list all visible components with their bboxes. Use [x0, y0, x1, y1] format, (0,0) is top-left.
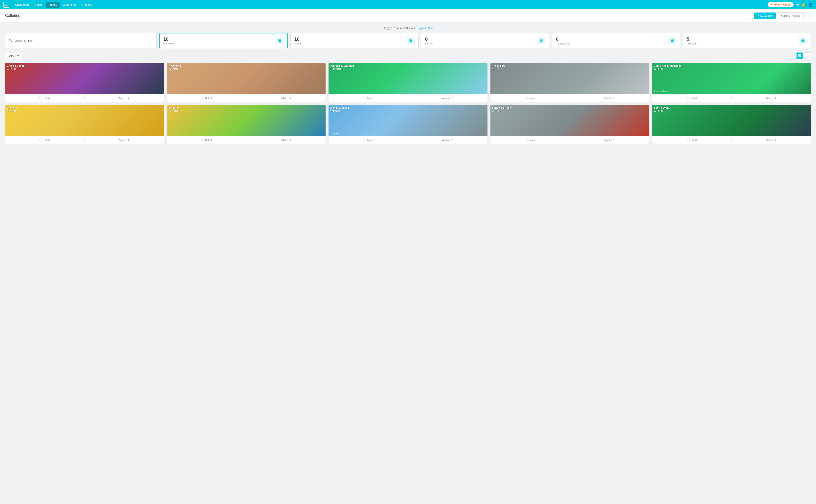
archived-count: 5 — [687, 36, 696, 42]
gallery-card: Ben & Ava Engagement 47 Photos ⚲ Ava Mat… — [652, 63, 811, 102]
gallery-select-button[interactable]: Select — [490, 94, 570, 102]
search-icon: 🔍 — [9, 39, 12, 42]
chevron-down-icon: ▼ — [289, 97, 292, 99]
active-icon: ▣ — [407, 37, 415, 44]
gallery-photo-count: 10 Photos — [492, 110, 512, 112]
prereleased-icon: ▣ — [669, 37, 676, 44]
new-gallery-button[interactable]: New Gallery — [754, 12, 776, 19]
select-label: Select — [529, 139, 535, 141]
gallery-thumbnail[interactable]: Mandy & Jason 50 Photos ⚲ Susan Smith — [329, 105, 487, 136]
gallery-select-button[interactable]: Select — [652, 94, 732, 102]
gallery-actions: Select Actions ▼ — [329, 94, 487, 102]
nav-link-reports[interactable]: Reports — [80, 2, 95, 8]
gallery-thumbnail[interactable]: Grace & Jacob 88 Photos — [5, 63, 164, 94]
gallery-thumbnail[interactable]: The Millers 47 Photos — [490, 63, 649, 94]
gallery-name: Glamour — [7, 106, 17, 109]
gallery-actions-button[interactable]: Actions ▼ — [408, 136, 487, 144]
page-header: Galleries New Gallery Gallery Presets ? — [0, 9, 816, 22]
prereleased-count: 0 — [556, 36, 570, 42]
gallery-thumbnail[interactable]: School Portraits 10 Photos — [490, 105, 649, 136]
filter-card-prereleased[interactable]: 0 Pre-Released ▣ — [552, 33, 680, 48]
filter-card-active[interactable]: 10 Active ▣ — [290, 33, 419, 48]
nav-link-commerce[interactable]: Commerce — [60, 2, 79, 8]
gallery-actions-button[interactable]: Actions ▼ — [84, 136, 164, 144]
gallery-select-button[interactable]: Select — [5, 94, 84, 102]
gallery-photo-count: 88 Photos — [7, 68, 25, 70]
gallery-actions: Select Actions ▼ — [167, 94, 326, 102]
active-count: 10 — [294, 36, 301, 42]
actions-label: Actions — [119, 139, 126, 141]
gallery-actions: Select Actions ▼ — [167, 136, 326, 144]
select-button[interactable]: Select ▼ — [5, 53, 22, 59]
gallery-thumbnail[interactable]: Newborns 98 Photos — [167, 63, 326, 94]
grid-view-button[interactable] — [797, 53, 803, 59]
gallery-select-button[interactable]: Select — [490, 136, 570, 144]
gallery-thumbnail[interactable]: Glamour 44 Photos — [5, 105, 164, 136]
gallery-thumbnail[interactable]: Ben & Ava Engagement 47 Photos ⚲ Ava Mat… — [652, 63, 811, 94]
gallery-card: School Portraits 10 Photos Select Action… — [490, 105, 649, 144]
chevron-down-icon: ▼ — [774, 139, 777, 141]
actions-label: Actions — [604, 97, 612, 99]
unarchived-label: Unarchived — [163, 42, 175, 45]
select-circle-icon — [687, 138, 690, 141]
gallery-thumbnail[interactable]: Sports Event 26 Photos — [652, 105, 811, 136]
gallery-select-button[interactable]: Select — [167, 136, 246, 144]
gallery-card: Mandy & Jason 50 Photos ⚲ Susan Smith Se… — [329, 105, 487, 144]
gallery-card: Seniors 75 Photos Select Actions ▼ — [167, 105, 326, 144]
gallery-actions-button[interactable]: Actions ▼ — [570, 94, 649, 102]
select-label: Select — [205, 97, 212, 99]
gallery-photo-count: 44 Photos — [7, 110, 17, 112]
nav-logo[interactable]: ◻ — [3, 2, 9, 8]
select-circle-icon — [525, 138, 528, 141]
filter-card-inactive[interactable]: 0 Inactive ▣ — [421, 33, 549, 48]
gallery-info: Glamour 44 Photos — [7, 106, 17, 112]
svg-rect-3 — [800, 56, 801, 57]
gallery-select-button[interactable]: Select — [5, 136, 84, 144]
filter-card-unarchived[interactable]: 10 Unarchived ▣ — [159, 33, 288, 48]
unarchived-icon: ▣ — [276, 37, 284, 44]
select-circle-icon — [687, 97, 690, 100]
list-view-button[interactable] — [804, 53, 811, 59]
svg-rect-1 — [800, 54, 801, 56]
gallery-select-button[interactable]: Select — [167, 94, 246, 102]
archived-label: Archived — [687, 42, 696, 45]
gallery-card: Glamour 44 Photos Select Actions ▼ — [5, 105, 164, 144]
favorites-icon[interactable]: ★ — [796, 3, 799, 7]
notifications-icon[interactable]: 🔔 — [802, 3, 806, 7]
upgrade-plan-link[interactable]: Upgrade Plan — [418, 27, 433, 30]
filter-card-archived[interactable]: 5 Archived ▣ — [683, 33, 811, 48]
gallery-select-button[interactable]: Select — [652, 136, 732, 144]
actions-label: Actions — [766, 139, 773, 141]
gallery-actions-button[interactable]: Actions ▼ — [732, 94, 811, 102]
search-input[interactable] — [14, 39, 153, 42]
gallery-actions-button[interactable]: Actions ▼ — [84, 94, 164, 102]
svg-rect-2 — [798, 56, 800, 57]
gallery-thumbnail[interactable]: Jennifer & Brandon 454 Photos — [329, 63, 487, 94]
gallery-actions-button[interactable]: Actions ▼ — [246, 136, 326, 144]
nav-link-dashboard[interactable]: Dashboard — [13, 2, 31, 8]
user-icon[interactable]: 👤 — [808, 3, 813, 7]
svg-rect-0 — [798, 54, 800, 56]
gallery-presets-button[interactable]: Gallery Presets — [778, 12, 804, 19]
gallery-actions-button[interactable]: Actions ▼ — [408, 94, 487, 102]
help-button[interactable]: ? — [805, 13, 811, 19]
gallery-select-button[interactable]: Select — [329, 136, 408, 144]
gallery-name: School Portraits — [492, 106, 512, 109]
nav-link-photos[interactable]: Photos — [46, 2, 59, 8]
select-circle-icon — [39, 138, 42, 141]
gallery-grid: Grace & Jacob 88 Photos Select Actions ▼… — [5, 63, 811, 144]
nav-link-studio[interactable]: Studio — [32, 2, 45, 8]
gallery-select-button[interactable]: Select — [329, 94, 408, 102]
gallery-actions-button[interactable]: Actions ▼ — [732, 136, 811, 144]
gallery-actions-button[interactable]: Actions ▼ — [246, 94, 326, 102]
gallery-photo-count: 47 Photos — [654, 68, 682, 70]
active-label: Active — [294, 42, 301, 45]
gallery-info: Mandy & Jason 50 Photos — [330, 106, 349, 112]
chevron-down-icon: ▼ — [451, 97, 453, 99]
gallery-name: Mandy & Jason — [330, 106, 349, 109]
gallery-thumbnail[interactable]: Seniors 75 Photos — [167, 105, 326, 136]
actions-label: Actions — [442, 139, 450, 141]
refer-friend-button[interactable]: ♥ Refer a Friend — [768, 2, 794, 7]
gallery-actions-button[interactable]: Actions ▼ — [570, 136, 649, 144]
select-label: Select — [43, 97, 50, 99]
